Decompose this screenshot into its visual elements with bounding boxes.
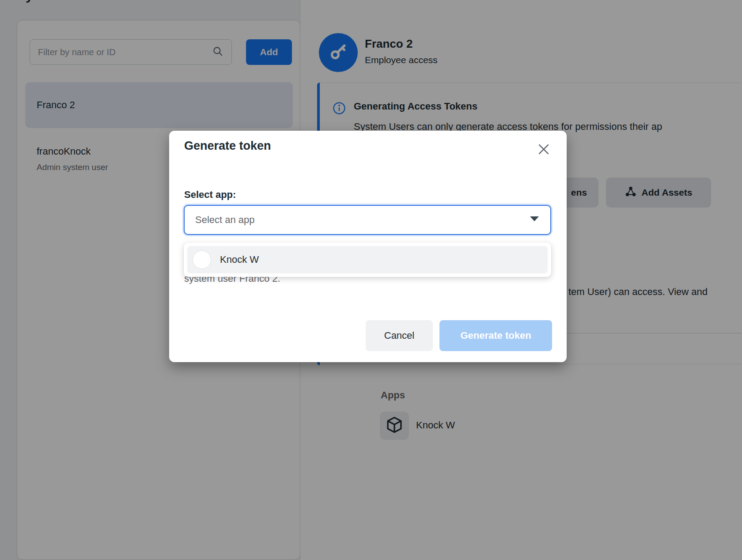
app-select-dropdown[interactable]: Select an app	[184, 205, 551, 235]
close-icon[interactable]	[534, 140, 553, 159]
dropdown-panel: Knock W	[184, 242, 551, 277]
page-root: System users Filter by name or ID Add Fr…	[0, 0, 742, 560]
radio-icon[interactable]	[193, 250, 211, 269]
generate-token-modal: Generate token Select app: Select an app…	[169, 131, 567, 362]
dropdown-option-label: Knock W	[220, 254, 259, 265]
generate-token-submit-button[interactable]: Generate token	[439, 320, 552, 351]
dropdown-option-knock-w[interactable]: Knock W	[187, 246, 548, 273]
dropdown-placeholder: Select an app	[195, 214, 529, 226]
cancel-button[interactable]: Cancel	[366, 320, 433, 351]
chevron-down-icon	[529, 216, 540, 224]
select-app-label: Select app:	[184, 189, 236, 201]
modal-title: Generate token	[184, 139, 271, 153]
